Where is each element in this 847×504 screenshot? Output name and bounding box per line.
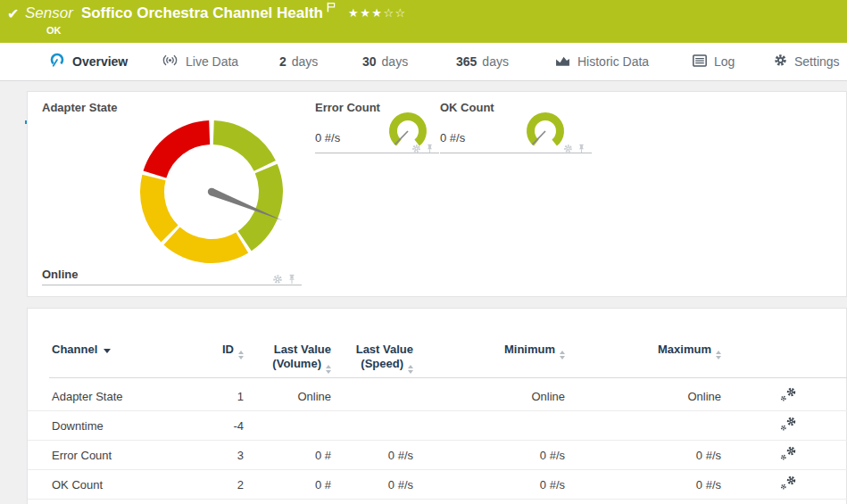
cell-volume: 0 # <box>244 478 331 492</box>
tab-log-label: Log <box>714 54 735 69</box>
col-header-id[interactable]: ID <box>208 343 244 373</box>
status-ok-check-icon: ✔ <box>7 5 19 22</box>
cell-channel: OK Count <box>52 478 208 492</box>
priority-star-rating[interactable]: ★★★☆☆ <box>348 6 407 20</box>
col-header-channel[interactable]: Channel <box>52 343 208 373</box>
cell-id: -4 <box>208 419 244 433</box>
cell-id: 3 <box>208 449 244 462</box>
gear-icon <box>774 54 787 70</box>
tab-log[interactable]: Log <box>693 43 735 80</box>
gauge-settings-gear-icon[interactable] <box>272 272 283 288</box>
cell-speed: 0 #/s <box>331 478 413 492</box>
sensor-title: Soffico Orchestra Channel Health <box>81 4 323 22</box>
ok-gauge-toolbar <box>563 141 585 157</box>
sort-icon <box>238 351 244 359</box>
cell-channel: Adapter State <box>52 390 208 403</box>
channel-row-downtime[interactable]: Downtime-4 <box>28 411 847 441</box>
cell-channel: Downtime <box>52 419 208 433</box>
area-chart-icon <box>555 54 570 70</box>
adapter-state-gauge <box>122 103 301 281</box>
tab-live-data-label: Live Data <box>186 54 238 69</box>
col-header-maximum[interactable]: Maximum <box>565 343 721 373</box>
cell-max: 0 #/s <box>565 449 721 462</box>
sensor-header-banner: ✔ Sensor Soffico Orchestra Channel Healt… <box>0 0 847 43</box>
cell-id: 1 <box>208 390 244 403</box>
cell-min: 0 #/s <box>413 449 565 462</box>
cell-volume: 0 # <box>244 449 331 462</box>
channel-settings-gears-icon[interactable] <box>779 475 797 493</box>
cell-speed: 0 #/s <box>331 449 413 462</box>
sensor-status-text: OK <box>46 25 62 36</box>
channel-row-ok-count[interactable]: OK Count20 #0 #/s0 #/s0 #/s <box>28 470 847 500</box>
channels-table-panel: Channel ID Last Value (Volume) Last Valu… <box>27 308 847 504</box>
tab-settings-label: Settings <box>794 54 840 69</box>
channels-table-header: Channel ID Last Value (Volume) Last Valu… <box>28 343 847 373</box>
channel-settings-gears-icon[interactable] <box>779 446 797 464</box>
sensor-tab-bar: Overview Live Data 2 days 30 days 365 da… <box>0 43 847 81</box>
sort-icon <box>716 351 721 359</box>
tab-2-days-number: 2 <box>279 54 286 69</box>
gauge-icon <box>49 53 65 70</box>
col-header-last-value-speed[interactable]: Last Value (Speed) <box>331 343 413 373</box>
adapter-state-gauge-title: Adapter State <box>42 101 118 114</box>
tab-2-days[interactable]: 2 days <box>279 43 318 80</box>
sort-desc-icon <box>104 349 111 353</box>
cell-channel: Error Count <box>52 449 208 462</box>
tab-historic-data-label: Historic Data <box>577 54 649 69</box>
gauge-pin-icon[interactable] <box>287 272 296 288</box>
divider <box>42 285 302 285</box>
ok-count-gauge <box>522 110 569 149</box>
tab-live-data[interactable]: Live Data <box>162 43 238 80</box>
channel-row-adapter-state[interactable]: Adapter State1OnlineOnlineOnline <box>28 382 847 411</box>
error-gauge-toolbar <box>411 141 434 157</box>
error-count-gauge-value: 0 #/s <box>315 131 340 145</box>
flag-icon[interactable] <box>327 0 336 16</box>
adapter-state-gauge-value: Online <box>42 268 78 281</box>
channels-table-body: Adapter State1OnlineOnlineOnline Downtim… <box>28 382 847 500</box>
ok-count-gauge-value: 0 #/s <box>440 131 465 145</box>
gauge-pin-icon[interactable] <box>577 141 585 157</box>
cell-id: 2 <box>208 478 244 492</box>
log-list-icon <box>693 54 707 70</box>
sort-icon <box>408 365 413 374</box>
tab-365-days[interactable]: 365 days <box>456 43 509 80</box>
channel-row-error-count[interactable]: Error Count30 #0 #/s0 #/s0 #/s <box>28 441 847 470</box>
tab-30-days-unit: days <box>382 54 409 69</box>
col-header-minimum[interactable]: Minimum <box>413 343 565 373</box>
overview-gauges-panel: Adapter State Online Error Count 0 #/s <box>27 91 847 297</box>
tab-30-days-number: 30 <box>362 54 377 69</box>
tab-365-days-unit: days <box>482 54 509 69</box>
adapter-gauge-toolbar <box>272 272 296 288</box>
tab-overview[interactable]: Overview <box>49 43 128 80</box>
tab-30-days[interactable]: 30 days <box>362 43 408 80</box>
sort-icon <box>560 351 565 359</box>
cell-volume: Online <box>244 390 331 403</box>
sensor-kind-label: Sensor <box>25 4 73 22</box>
channel-settings-gears-icon[interactable] <box>779 417 797 434</box>
header-divider <box>49 377 847 378</box>
ok-count-gauge-title: OK Count <box>440 101 494 114</box>
cell-max: Online <box>565 390 721 403</box>
tab-overview-label: Overview <box>72 54 128 69</box>
tab-settings[interactable]: Settings <box>774 43 840 80</box>
cell-max: 0 #/s <box>565 478 721 492</box>
live-broadcast-icon <box>162 54 179 70</box>
tab-historic-data[interactable]: Historic Data <box>555 43 649 80</box>
gauge-settings-gear-icon[interactable] <box>411 141 421 157</box>
col-header-last-value-volume[interactable]: Last Value (Volume) <box>244 343 331 373</box>
gauge-pin-icon[interactable] <box>426 141 434 157</box>
channel-settings-gears-icon[interactable] <box>779 387 797 405</box>
tab-365-days-number: 365 <box>456 54 477 69</box>
cell-min: 0 #/s <box>413 478 565 492</box>
sort-icon <box>326 365 331 374</box>
gauge-settings-gear-icon[interactable] <box>563 141 573 157</box>
error-count-gauge-title: Error Count <box>315 101 380 114</box>
cell-min: Online <box>413 390 565 403</box>
tab-2-days-unit: days <box>292 54 319 69</box>
